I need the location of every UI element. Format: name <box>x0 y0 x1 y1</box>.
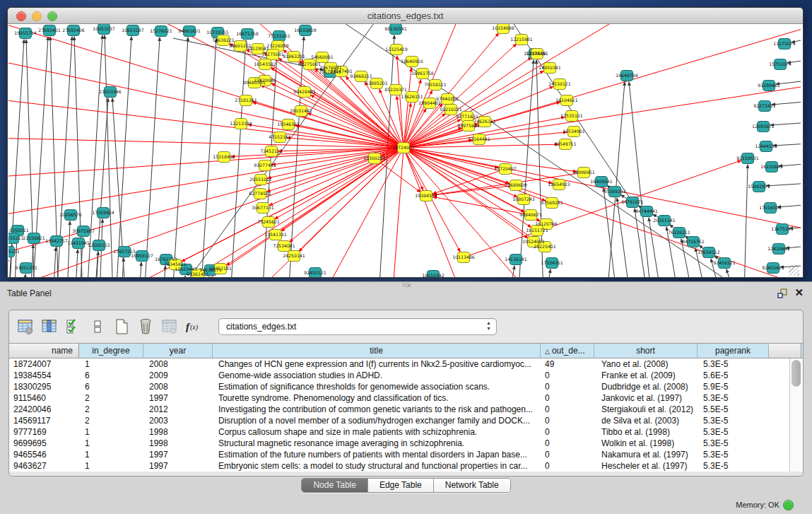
new-column-icon[interactable] <box>112 317 131 336</box>
show-columns-icon[interactable] <box>40 317 59 336</box>
cell-name[interactable]: 18724007 <box>9 358 79 370</box>
row-height-icon[interactable] <box>88 317 107 336</box>
memory-status-indicator[interactable] <box>783 500 794 510</box>
cell-title[interactable]: Structural magnetic resonance image aver… <box>213 438 541 449</box>
cell-title[interactable]: Estimation of the future numbers of pati… <box>213 449 541 460</box>
cell-short[interactable]: de Silva et al. (2003) <box>594 415 698 426</box>
cell-pagerank[interactable]: 5.3E-5 <box>698 358 769 370</box>
table-vertical-scrollbar[interactable] <box>789 358 803 472</box>
minimize-window-icon[interactable] <box>32 11 42 21</box>
column-header-short[interactable]: short <box>594 344 698 358</box>
column-header-pagerank[interactable]: pagerank <box>698 344 769 358</box>
column-header-title[interactable]: title <box>213 344 541 358</box>
network-view-canvas[interactable]: 1905571427691401276914061005323710653287… <box>8 24 801 277</box>
cell-year[interactable]: 2008 <box>143 358 213 370</box>
cell-pagerank[interactable]: 5.3E-5 <box>698 392 769 404</box>
cell-out_de[interactable]: 0 <box>541 449 594 460</box>
function-builder-icon[interactable]: f (x) <box>184 317 203 336</box>
cell-out_de[interactable]: 0 <box>541 460 594 472</box>
cell-out_de[interactable]: 49 <box>541 358 594 370</box>
cell-name[interactable]: 14569117 <box>9 415 79 426</box>
cell-short[interactable]: Nakamura et al. (1997) <box>594 449 698 460</box>
cell-out_de[interactable]: 0 <box>541 438 594 449</box>
cell-title[interactable]: Estimation of significance thresholds fo… <box>213 381 541 392</box>
cell-out_de[interactable]: 0 <box>541 392 594 404</box>
cell-year[interactable]: 2009 <box>143 370 213 381</box>
table-row[interactable]: 946554611997Estimation of the future num… <box>9 449 803 460</box>
table-row[interactable]: 1872400712008Changes of HCN gene express… <box>9 358 803 370</box>
tab-edge-table[interactable]: Edge Table <box>368 479 434 492</box>
table-row[interactable]: 977716911998Corpus callosum shape and si… <box>9 426 803 438</box>
cell-out_de[interactable]: 0 <box>541 381 594 392</box>
cell-in_degree[interactable]: 6 <box>79 370 143 381</box>
column-header-year[interactable]: year <box>143 344 213 358</box>
window-resize-grip[interactable] <box>789 265 799 276</box>
cell-short[interactable]: Dudbridge et al. (2008) <box>594 381 698 392</box>
cell-pagerank[interactable]: 5.3E-5 <box>698 449 769 460</box>
cell-in_degree[interactable]: 1 <box>79 460 143 472</box>
table-row[interactable]: 2242004622012Investigating the contribut… <box>9 404 803 415</box>
cell-pagerank[interactable]: 5.3E-5 <box>698 415 769 426</box>
window-titlebar[interactable]: citations_edges.txt <box>8 8 803 24</box>
cell-out_de[interactable]: 0 <box>541 415 594 426</box>
table-mode-icon[interactable] <box>16 317 35 336</box>
cell-name[interactable]: 9465546 <box>9 449 79 460</box>
cell-name[interactable]: 9115460 <box>9 392 79 404</box>
cell-short[interactable]: Tibbo et al. (1998) <box>594 426 698 438</box>
cell-in_degree[interactable]: 1 <box>79 449 143 460</box>
cell-year[interactable]: 1997 <box>143 392 213 404</box>
cell-short[interactable]: Jankovic et al. (1997) <box>594 392 698 404</box>
cell-in_degree[interactable]: 1 <box>79 358 143 370</box>
tab-network-table[interactable]: Network Table <box>434 479 510 492</box>
table-row[interactable]: 1830029562008Estimation of significance … <box>9 381 803 392</box>
cell-name[interactable]: 22420046 <box>9 404 79 415</box>
cell-in_degree[interactable]: 6 <box>79 381 143 392</box>
cell-pagerank[interactable]: 5.3E-5 <box>698 426 769 438</box>
table-row[interactable]: 1456911722003Disruption of a novel membe… <box>9 415 803 426</box>
column-header-in_degree[interactable]: in_degree <box>79 344 143 358</box>
cell-in_degree[interactable]: 2 <box>79 415 143 426</box>
cell-name[interactable]: 18300295 <box>9 381 79 392</box>
table-row[interactable]: 911546021997Tourette syndrome. Phenomeno… <box>9 392 803 404</box>
network-window[interactable]: citations_edges.txt 19055714276914012769… <box>7 7 804 278</box>
column-header-out_de[interactable]: △out_de... <box>541 344 594 358</box>
cell-in_degree[interactable]: 2 <box>79 392 143 404</box>
cell-title[interactable]: Disruption of a novel member of a sodium… <box>213 415 541 426</box>
cell-short[interactable]: Wolkin et al. (1998) <box>594 438 698 449</box>
float-window-icon[interactable] <box>777 288 788 299</box>
table-row[interactable]: 1938455462009Genome-wide association stu… <box>9 370 803 381</box>
cell-year[interactable]: 1998 <box>143 426 213 438</box>
column-header-name[interactable]: name <box>9 344 79 358</box>
tab-node-table[interactable]: Node Table <box>302 479 368 492</box>
cell-pagerank[interactable]: 5.6E-5 <box>698 370 769 381</box>
cell-year[interactable]: 1997 <box>143 449 213 460</box>
cell-in_degree[interactable]: 1 <box>79 438 143 449</box>
cell-out_de[interactable]: 0 <box>541 370 594 381</box>
cell-short[interactable]: Franke et al. (2009) <box>594 370 698 381</box>
cell-pagerank[interactable]: 5.3E-5 <box>698 460 769 472</box>
cell-name[interactable]: 9777169 <box>9 426 79 438</box>
cell-year[interactable]: 2012 <box>143 404 213 415</box>
cell-out_de[interactable]: 0 <box>541 426 594 438</box>
cell-year[interactable]: 1997 <box>143 460 213 472</box>
cell-in_degree[interactable]: 1 <box>79 426 143 438</box>
cell-name[interactable]: 9699695 <box>9 438 79 449</box>
cell-short[interactable]: Yano et al. (2008) <box>594 358 698 370</box>
cell-year[interactable]: 2008 <box>143 381 213 392</box>
cell-title[interactable]: Investigating the contribution of common… <box>213 404 541 415</box>
scrollbar-thumb[interactable] <box>792 360 801 387</box>
cell-year[interactable]: 2003 <box>143 415 213 426</box>
table-source-select[interactable]: citations_edges.txt ▲▼ <box>218 318 497 335</box>
table-row[interactable]: 969969511998Structural magnetic resonanc… <box>9 438 803 449</box>
zoom-window-icon[interactable] <box>47 11 57 21</box>
close-window-icon[interactable] <box>16 11 26 21</box>
cell-name[interactable]: 19384554 <box>9 370 79 381</box>
cell-title[interactable]: Genome-wide association studies in ADHD. <box>213 370 541 381</box>
cell-pagerank[interactable]: 5.5E-5 <box>698 404 769 415</box>
cell-in_degree[interactable]: 2 <box>79 404 143 415</box>
delete-column-icon[interactable] <box>136 317 155 336</box>
cell-name[interactable]: 9463627 <box>9 460 79 472</box>
cell-out_de[interactable]: 0 <box>541 404 594 415</box>
cell-short[interactable]: Hescheler et al. (1997) <box>594 460 698 472</box>
cell-pagerank[interactable]: 5.9E-5 <box>698 381 769 392</box>
